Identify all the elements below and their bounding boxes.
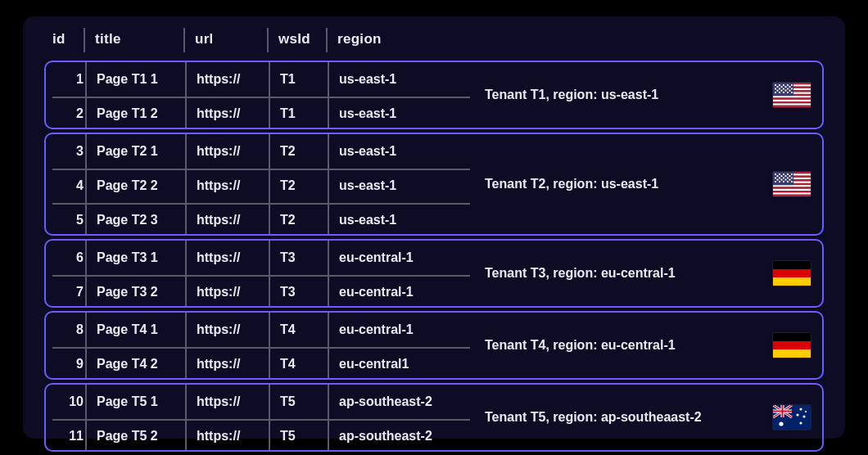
tenant-group: 10Page T5 1https://T5ap-southeast-211Pag…	[44, 383, 824, 452]
svg-point-70	[776, 179, 778, 181]
svg-point-84	[796, 413, 798, 416]
cell-wsid: T1	[280, 97, 329, 129]
svg-point-63	[783, 181, 784, 182]
cell-id: 6	[54, 241, 88, 275]
svg-point-68	[784, 175, 786, 177]
tenant-group: 1Page T1 1https://T1us-east-12Page T1 2h…	[44, 61, 824, 129]
svg-rect-49	[773, 195, 811, 196]
cell-wsid: T3	[280, 275, 329, 308]
cell-region: us-east-1	[339, 203, 470, 236]
svg-rect-45	[773, 187, 811, 188]
cell-wsid: T2	[280, 169, 329, 203]
svg-rect-9	[773, 100, 811, 101]
cell-region: ap-southeast-2	[339, 385, 470, 419]
cell-title: Page T1 2	[97, 97, 187, 129]
cell-url: https://	[197, 203, 266, 236]
au-flag-icon	[773, 405, 811, 430]
column-header-region: region	[337, 31, 468, 47]
cell-url: https://	[197, 385, 266, 419]
svg-point-19	[775, 88, 776, 89]
svg-point-17	[787, 84, 789, 86]
de-flag-icon	[773, 333, 811, 358]
cell-id: 1	[54, 62, 88, 97]
tenant-group: 3Page T2 1https://T2us-east-14Page T2 2h…	[44, 133, 824, 236]
cell-id: 11	[54, 419, 88, 452]
cell-wsid: T2	[280, 134, 329, 169]
svg-point-69	[789, 175, 790, 177]
cell-id: 3	[54, 134, 88, 169]
tenant-summary: Tenant T3, region: eu-central-1	[485, 241, 757, 306]
cell-region: eu-central-1	[339, 241, 470, 275]
cell-wsid: T4	[280, 313, 329, 347]
cell-url: https://	[197, 169, 266, 203]
svg-rect-11	[773, 103, 811, 105]
svg-point-72	[784, 179, 786, 181]
tenant-table: id title url wsId region 1Page T1 1https…	[23, 16, 845, 439]
cell-title: Page T1 1	[97, 62, 187, 97]
svg-point-57	[779, 177, 780, 178]
svg-point-15	[779, 84, 780, 86]
svg-point-16	[783, 84, 784, 86]
svg-point-67	[780, 175, 782, 177]
svg-point-25	[779, 92, 780, 93]
svg-point-83	[799, 408, 802, 410]
cell-title: Page T5 1	[97, 385, 187, 419]
column-header-title: title	[95, 31, 185, 47]
tenant-summary: Tenant T5, region: ap-southeaast-2	[485, 385, 757, 450]
us-flag-icon	[773, 83, 811, 107]
us-flag-icon	[773, 172, 811, 196]
svg-point-14	[775, 84, 776, 86]
svg-rect-75	[773, 269, 811, 277]
cell-region: eu-central1	[339, 347, 470, 380]
svg-point-54	[787, 173, 789, 175]
svg-point-85	[802, 415, 805, 417]
svg-point-61	[775, 181, 776, 182]
tenant-summary: Tenant T4, region: eu-central-1	[485, 313, 757, 378]
svg-point-65	[791, 181, 793, 182]
svg-rect-78	[773, 341, 811, 349]
svg-point-58	[783, 177, 784, 178]
svg-point-71	[780, 179, 782, 181]
column-header-id: id	[52, 31, 87, 47]
svg-point-35	[784, 90, 786, 92]
svg-point-66	[776, 175, 778, 177]
de-flag-icon	[773, 261, 811, 286]
svg-rect-10	[773, 101, 811, 103]
cell-wsid: T1	[280, 62, 329, 97]
tenant-groups: 1Page T1 1https://T1us-east-12Page T1 2h…	[44, 61, 824, 452]
svg-rect-76	[773, 277, 811, 286]
cell-title: Page T2 3	[97, 203, 187, 236]
header-divider	[267, 28, 269, 52]
svg-point-20	[779, 88, 780, 89]
svg-point-87	[805, 411, 807, 412]
cell-url: https://	[197, 347, 266, 380]
svg-rect-7	[773, 96, 811, 97]
cell-region: eu-central-1	[339, 313, 470, 347]
svg-point-82	[779, 421, 783, 426]
cell-wsid: T5	[280, 385, 329, 419]
cell-url: https://	[197, 134, 266, 169]
column-header-url: url	[195, 31, 264, 47]
svg-point-33	[776, 90, 778, 92]
svg-point-24	[775, 92, 776, 93]
svg-rect-48	[773, 192, 811, 194]
cell-wsid: T3	[280, 241, 329, 275]
svg-point-73	[789, 179, 790, 181]
svg-point-53	[783, 173, 784, 175]
svg-point-51	[775, 173, 776, 175]
cell-region: us-east-1	[339, 134, 470, 169]
tenant-summary: Tenant T2, region: us-east-1	[485, 134, 757, 234]
svg-rect-77	[773, 333, 811, 341]
cell-title: Page T3 2	[97, 275, 187, 308]
cell-id: 2	[54, 97, 88, 129]
svg-point-34	[780, 90, 782, 92]
cell-region: eu-central-1	[339, 275, 470, 308]
svg-point-26	[783, 92, 784, 93]
cell-url: https://	[197, 97, 266, 129]
cell-title: Page T5 2	[97, 419, 187, 452]
table-header-row: id title url wsId region	[44, 31, 824, 56]
column-header-wsid: wsId	[278, 31, 328, 47]
cell-title: Page T4 1	[97, 313, 187, 347]
tenant-group: 8Page T4 1https://T4eu-central-19Page T4…	[44, 311, 824, 380]
cell-title: Page T4 2	[97, 347, 187, 380]
